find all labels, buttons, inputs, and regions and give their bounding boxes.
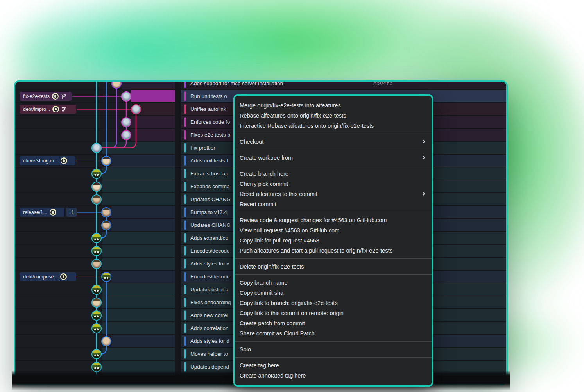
commit-message: Encodes/decode bbox=[190, 271, 230, 283]
commit-sha: ea94fa bbox=[373, 80, 393, 89]
git-branch-icon bbox=[61, 93, 66, 99]
menu-group: Review code & suggest changes for #4563 … bbox=[235, 212, 432, 258]
menu-item-label: Checkout bbox=[240, 139, 263, 145]
menu-item-label: Cherry pick commit bbox=[240, 181, 288, 187]
menu-item-label: Solo bbox=[240, 346, 251, 353]
commit-message: Enforces code fo bbox=[190, 116, 230, 128]
commit-message: Adds styles for d bbox=[190, 335, 229, 347]
branch-label-debt-impro-[interactable]: debt/impro... bbox=[20, 105, 76, 114]
commit-message: Moves helper to bbox=[190, 348, 228, 360]
commit-message: Adds unit tests f bbox=[190, 155, 228, 167]
submenu-chevron-icon bbox=[421, 192, 425, 196]
commit-message: Run unit tests o bbox=[190, 90, 227, 102]
menu-group: Checkout bbox=[235, 134, 432, 150]
commit-message: Adds correlation bbox=[190, 322, 229, 334]
branch-label-fix-e2e-tests[interactable]: fix-e2e-tests bbox=[20, 92, 72, 101]
menu-group: Copy branch nameCopy commit shaCopy link… bbox=[235, 274, 432, 341]
menu-item-label: Review code & suggest changes for #4563 … bbox=[240, 217, 387, 223]
commit-node-avatar[interactable] bbox=[101, 220, 111, 230]
branch-lines bbox=[15, 82, 175, 384]
branch-color-bar bbox=[184, 194, 186, 204]
branch-label-text: debt/compose... bbox=[23, 274, 58, 280]
menu-item-label: Create patch from commit bbox=[240, 320, 305, 326]
commit-node-avatar[interactable] bbox=[91, 310, 102, 321]
menu-item-rebase-aifeatures-onto-origin-fix-e2e-te[interactable]: Rebase aifeatures onto origin/fix-e2e-te… bbox=[235, 110, 432, 121]
commit-node-avatar[interactable] bbox=[91, 246, 102, 256]
menu-item-label: Interactive Rebase aifeatures onto origi… bbox=[240, 123, 374, 129]
commit-node-avatar[interactable] bbox=[91, 259, 102, 269]
menu-item-copy-link-to-branch-origin-fix-e2e-tests[interactable]: Copy link to branch: origin/fix-e2e-test… bbox=[235, 298, 432, 308]
menu-item-share-commit-as-cloud-patch[interactable]: Share commit as Cloud Patch bbox=[235, 328, 432, 339]
menu-item-create-branch-here[interactable]: Create branch here bbox=[235, 169, 432, 179]
menu-item-cherry-pick-commit[interactable]: Cherry pick commit bbox=[235, 179, 432, 189]
commit-node-avatar[interactable] bbox=[91, 169, 102, 179]
branch-label-text: fix-e2e-tests bbox=[23, 94, 50, 99]
menu-item-label: Push aifeatures and start a pull request… bbox=[240, 248, 392, 254]
gitkraken-keif-icon bbox=[60, 273, 67, 280]
hidden-refs-badge[interactable]: +1 bbox=[66, 208, 77, 217]
branch-color-bar bbox=[184, 336, 186, 346]
commit-node-avatar[interactable] bbox=[101, 207, 111, 217]
commit-node-avatar[interactable] bbox=[91, 182, 102, 192]
menu-item-label: Copy branch name bbox=[240, 280, 288, 286]
commit-node-avatar[interactable] bbox=[101, 156, 111, 166]
branch-label-text: debt/impro... bbox=[23, 107, 50, 112]
menu-item-push-aifeatures-and-start-a-pull-request[interactable]: Push aifeatures and start a pull request… bbox=[235, 246, 432, 256]
commit-message: Adds support for mcp server installation bbox=[190, 80, 283, 89]
commit-node-avatar[interactable] bbox=[101, 336, 111, 346]
commit-node-avatar[interactable] bbox=[91, 349, 102, 359]
menu-item-interactive-rebase-aifeatures-onto-origi[interactable]: Interactive Rebase aifeatures onto origi… bbox=[235, 121, 432, 131]
commit-node-avatar[interactable] bbox=[111, 80, 122, 89]
menu-item-label: Delete origin/fix-e2e-tests bbox=[240, 264, 304, 270]
commit-row[interactable]: Adds support for mcp server installation… bbox=[181, 80, 506, 89]
branch-color-bar bbox=[184, 349, 186, 359]
commit-node-avatar[interactable] bbox=[91, 143, 102, 153]
menu-item-create-tag-here[interactable]: Create tag here bbox=[235, 360, 432, 371]
menu-item-view-pull-request-4563-on-github-com[interactable]: View pull request #4563 on GitHub.com bbox=[235, 225, 432, 235]
commit-node-avatar[interactable] bbox=[121, 117, 131, 127]
commit-context-menu: Merge origin/fix-e2e-tests into aifeatur… bbox=[233, 94, 433, 387]
commit-node-avatar[interactable] bbox=[101, 272, 111, 282]
menu-item-label: Merge origin/fix-e2e-tests into aifeatur… bbox=[240, 102, 341, 109]
branch-color-bar bbox=[184, 207, 186, 217]
menu-group: Delete origin/fix-e2e-tests bbox=[235, 258, 432, 274]
commit-node-avatar[interactable] bbox=[91, 298, 102, 308]
menu-item-create-annotated-tag-here[interactable]: Create annotated tag here bbox=[235, 371, 432, 381]
commit-node-avatar[interactable] bbox=[91, 194, 102, 205]
menu-item-label: Copy link to this commit on remote: orig… bbox=[240, 310, 344, 316]
menu-item-review-code-suggest-changes-for-4563-on-[interactable]: Review code & suggest changes for #4563 … bbox=[235, 215, 432, 225]
git-branch-icon bbox=[61, 106, 67, 112]
commit-node-avatar[interactable] bbox=[91, 233, 102, 243]
menu-item-merge-origin-fix-e2e-tests-into-aifeatur[interactable]: Merge origin/fix-e2e-tests into aifeatur… bbox=[235, 100, 432, 110]
menu-item-revert-commit[interactable]: Revert commit bbox=[235, 199, 432, 209]
menu-item-copy-commit-sha[interactable]: Copy commit sha bbox=[235, 288, 432, 298]
menu-group: Create worktree from bbox=[235, 150, 432, 166]
commit-node-avatar[interactable] bbox=[121, 91, 131, 102]
branch-label-chore-string-in-[interactable]: chore/string-in... bbox=[20, 156, 75, 165]
commit-node-avatar[interactable] bbox=[91, 323, 102, 333]
branch-color-bar bbox=[184, 130, 186, 140]
menu-item-create-patch-from-commit[interactable]: Create patch from commit bbox=[235, 318, 432, 328]
menu-item-label: Reset aifeatures to this commit bbox=[240, 191, 317, 197]
commit-node-avatar[interactable] bbox=[131, 104, 141, 114]
gitkraken-keif-icon bbox=[52, 93, 59, 100]
menu-group: Solo bbox=[235, 341, 432, 357]
menu-item-solo[interactable]: Solo bbox=[235, 344, 432, 355]
menu-item-checkout[interactable]: Checkout bbox=[235, 137, 432, 147]
gitkraken-keif-icon bbox=[61, 157, 67, 164]
commit-node-avatar[interactable] bbox=[91, 285, 102, 295]
branch-color-bar bbox=[184, 233, 186, 243]
menu-item-label: Copy link for pull request #4563 bbox=[240, 237, 319, 244]
panel-gutter bbox=[175, 82, 181, 384]
menu-item-copy-link-to-this-commit-on-remote-origi[interactable]: Copy link to this commit on remote: orig… bbox=[235, 308, 432, 318]
menu-item-reset-aifeatures-to-this-commit[interactable]: Reset aifeatures to this commit bbox=[235, 189, 432, 199]
branch-label-debt-compose-[interactable]: debt/compose... bbox=[20, 272, 76, 281]
menu-item-copy-link-for-pull-request-4563[interactable]: Copy link for pull request #4563 bbox=[235, 235, 432, 246]
commit-node-avatar[interactable] bbox=[121, 130, 131, 140]
branch-label-release-1-[interactable]: release/1... bbox=[20, 208, 64, 217]
commit-message: Updates eslint p bbox=[190, 283, 228, 296]
menu-item-copy-branch-name[interactable]: Copy branch name bbox=[235, 278, 432, 288]
menu-item-create-worktree-from[interactable]: Create worktree from bbox=[235, 153, 432, 163]
menu-item-delete-origin-fix-e2e-tests[interactable]: Delete origin/fix-e2e-tests bbox=[235, 262, 432, 272]
commit-message: Adds styles for c bbox=[190, 258, 229, 270]
